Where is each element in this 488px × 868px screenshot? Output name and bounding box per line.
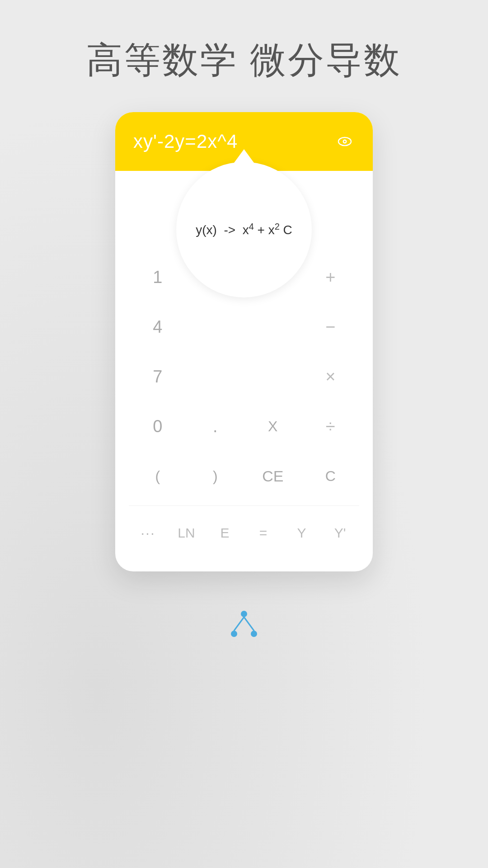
- result-text: y(x) -> x4 + x2 C: [196, 220, 292, 240]
- key-8[interactable]: [187, 352, 244, 401]
- key-divide[interactable]: ÷: [302, 401, 360, 451]
- svg-point-4: [231, 631, 237, 637]
- key-7[interactable]: 7: [129, 352, 187, 401]
- key-plus[interactable]: +: [302, 252, 360, 302]
- expression-display: xy'-2y=2x^4: [133, 131, 238, 152]
- key-0[interactable]: 0: [129, 401, 187, 451]
- key-6[interactable]: [244, 302, 302, 352]
- key-row-6: ··· LN E = Y Y': [129, 505, 359, 558]
- key-9[interactable]: [244, 352, 302, 401]
- key-open-paren[interactable]: (: [129, 451, 187, 501]
- bubble-tip: [234, 149, 254, 163]
- key-row-2: 4 −: [129, 302, 359, 352]
- svg-point-2: [344, 141, 346, 142]
- key-clear[interactable]: C: [302, 451, 360, 501]
- key-1[interactable]: 1: [129, 252, 187, 302]
- key-4[interactable]: 4: [129, 302, 187, 352]
- key-row-5: ( ) CE C: [129, 451, 359, 501]
- key-row-3: 7 ×: [129, 352, 359, 401]
- tree-icon[interactable]: [226, 608, 262, 646]
- bottom-nav: [226, 608, 262, 646]
- key-y[interactable]: Y: [282, 508, 321, 558]
- key-multiply[interactable]: ×: [302, 352, 360, 401]
- key-5[interactable]: [187, 302, 244, 352]
- key-dot[interactable]: .: [187, 401, 244, 451]
- key-more[interactable]: ···: [129, 508, 167, 558]
- page-title: 高等数学 微分导数: [86, 36, 402, 85]
- svg-point-3: [241, 611, 247, 617]
- key-minus[interactable]: −: [302, 302, 360, 352]
- key-y-prime[interactable]: Y': [321, 508, 359, 558]
- eye-icon[interactable]: [335, 132, 355, 151]
- key-ce[interactable]: CE: [244, 451, 302, 501]
- key-row-4: 0 . X ÷: [129, 401, 359, 451]
- key-x[interactable]: X: [244, 401, 302, 451]
- key-equals[interactable]: =: [244, 508, 282, 558]
- calculator-card: xy'-2y=2x^4 y(x) -> x4 + x2 C 1 2 3 +: [115, 112, 373, 571]
- key-ln[interactable]: LN: [167, 508, 206, 558]
- result-bubble: y(x) -> x4 + x2 C: [176, 162, 312, 297]
- key-e[interactable]: E: [206, 508, 244, 558]
- result-main: y(x) -> x4 + x2 C: [196, 223, 292, 237]
- key-close-paren[interactable]: ): [187, 451, 244, 501]
- svg-line-6: [234, 617, 244, 631]
- svg-point-5: [251, 631, 257, 637]
- svg-line-7: [244, 617, 254, 631]
